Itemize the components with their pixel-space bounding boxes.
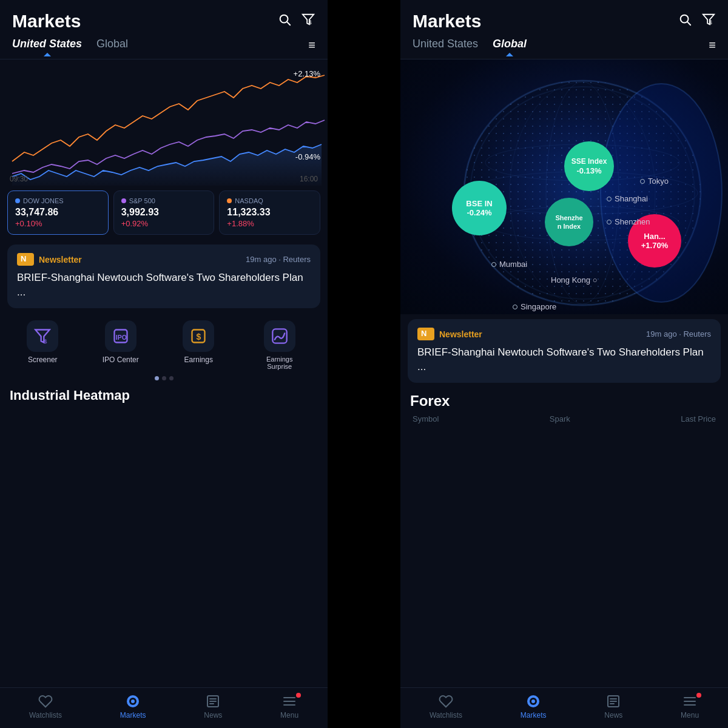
dow-jones-name: DOW JONES [15,197,101,204]
bse-bubble[interactable]: BSE IN -0.24% [452,181,507,235]
watchlists-icon [38,694,53,709]
right-nav-menu[interactable]: Menu [681,694,699,720]
left-header-icons: $ [278,13,315,30]
forex-col-symbol: Symbol [413,414,439,423]
nav-watchlists-label: Watchlists [29,711,62,720]
nav-menu[interactable]: Menu [280,694,298,720]
han-change: +1.70% [641,241,668,250]
earnings-label: Earnings [184,356,213,364]
right-nav-watchlists[interactable]: Watchlists [430,694,462,720]
mumbai-dot [491,262,496,267]
nav-markets[interactable]: Markets [120,694,146,720]
earnings-action[interactable]: $ Earnings [183,320,214,370]
markets-icon [126,694,140,709]
right-nav-news[interactable]: News [604,694,622,720]
chart-time-left: 09:30 [10,175,28,183]
svg-line-1 [287,22,290,25]
ipo-label: IPO Center [103,356,139,364]
svg-text:$: $ [309,20,312,25]
forex-headers: Symbol Spark Last Price [410,414,718,423]
right-header-icons: $ [678,13,716,30]
right-bottom-nav: Watchlists Markets News [400,687,728,728]
earnings-surprise-label: Earnings Surprise [258,356,301,370]
heatmap-title: Industrial Heatmap [0,383,328,406]
right-tab-united-states[interactable]: United States [413,38,478,53]
nav-menu-label: Menu [280,711,298,720]
right-news-card[interactable]: N Newsletter 19m ago · Reuters BRIEF-Sha… [408,319,721,383]
right-menu-icon[interactable]: ≡ [709,38,716,52]
right-nav-markets-label: Markets [521,711,547,720]
forex-title: Forex [410,393,718,410]
dow-jones-card[interactable]: DOW JONES 33,747.86 +0.10% [7,190,109,235]
left-news-card[interactable]: N Newsletter 19m ago · Reuters BRIEF-Sha… [7,244,320,308]
nasdaq-change: +1.88% [227,219,312,228]
sse-bubble[interactable]: SSE Index -0.13% [564,141,614,191]
screener-icon-wrap: $ [27,320,58,352]
earnings-surprise-action[interactable]: Earnings Surprise [258,320,301,370]
nasdaq-card[interactable]: NASDAQ 11,323.33 +1.88% [219,190,320,235]
nav-news[interactable]: News [204,694,222,720]
right-markets-icon [526,694,541,709]
right-nav-markets[interactable]: Markets [521,694,547,720]
right-header: Markets $ [400,0,728,38]
nav-watchlists[interactable]: Watchlists [29,694,62,720]
svg-text:IPO: IPO [116,333,127,340]
newsletter-label: Newsletter [39,255,82,265]
menu-icon[interactable]: ≡ [308,38,315,52]
dow-dot [15,198,20,203]
nav-markets-label: Markets [120,711,146,720]
right-news-icon [606,694,621,709]
forex-col-price: Last Price [681,414,716,423]
dow-change: +0.10% [15,219,101,228]
nav-news-label: News [204,711,222,720]
earnings-icon-wrap: $ [183,320,214,352]
right-nav-menu-label: Menu [681,711,699,720]
forex-col-spark: Spark [550,414,570,423]
sp500-dot [121,198,126,203]
left-news-source: 19m ago · Reuters [246,255,311,264]
left-chart-area: +2.13% -0.94% 09:30 16:00 [0,64,328,186]
tab-united-states[interactable]: United States [12,38,82,53]
left-panel: Markets $ United States Global ≡ [0,0,328,728]
ipo-icon-wrap: IPO [105,320,136,352]
bse-change: -0.24% [467,208,491,217]
index-cards: DOW JONES 33,747.86 +0.10% S&P 500 3,992… [0,186,328,240]
right-search-icon[interactable] [678,13,692,30]
sp500-card[interactable]: S&P 500 3,992.93 +0.92% [113,190,215,235]
chart-time-right: 16:00 [300,175,318,183]
market-chart [0,64,328,186]
tab-global[interactable]: Global [96,38,128,53]
sp500-name: S&P 500 [121,197,207,204]
chart-negative-label: -0.94% [295,152,320,161]
tokyo-dot [640,179,645,184]
singapore-marker: Singapore [513,302,556,311]
left-tab-bar: United States Global ≡ [0,38,328,53]
right-panel: Markets $ United States Global ≡ [400,0,728,728]
nasdaq-value: 11,323.33 [227,207,312,218]
dots-indicator [0,374,328,383]
right-news-meta: N Newsletter 19m ago · Reuters [417,328,711,340]
left-news-title: BRIEF-Shanghai Newtouch Software's Two S… [17,271,311,300]
screener-action[interactable]: $ Screener [27,320,58,370]
newsletter-logo: N [17,253,34,266]
svg-point-16 [131,699,135,703]
filter-icon[interactable]: $ [301,13,315,30]
dot-3 [169,376,174,380]
right-filter-icon[interactable]: $ [701,13,716,30]
menu-icon [282,694,297,709]
right-nav-watchlists-label: Watchlists [430,711,462,720]
sp500-value: 3,992.93 [121,207,207,218]
search-icon[interactable] [278,13,291,30]
shenzhen-dot [607,220,612,224]
right-nav-news-label: News [604,711,622,720]
globe-area: BSE IN -0.24% SSE Index -0.13% Shenzhen … [400,59,728,314]
right-menu-nav-icon [682,694,697,709]
dow-value: 33,747.86 [15,207,101,218]
ipo-center-action[interactable]: IPO IPO Center [103,320,139,370]
nasdaq-name: NASDAQ [227,197,312,204]
left-bottom-nav: Watchlists Markets News [0,687,328,728]
shanghai-dot [607,197,612,201]
tokyo-marker: Tokyo [640,177,669,186]
shenzhen-bubble[interactable]: Shenzhen Index [545,198,593,246]
right-tab-global[interactable]: Global [493,38,527,53]
